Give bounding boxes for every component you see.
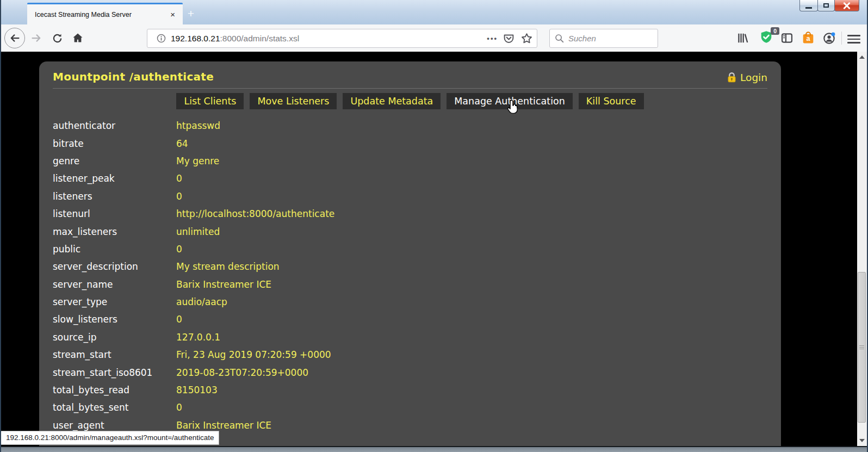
close-icon [843,2,851,9]
kill-source-button[interactable]: Kill Source [579,93,644,109]
status-url-popup: 192.168.0.21:8000/admin/manageauth.xsl?m… [1,431,219,445]
url-bar[interactable]: 192.168.0.21:8000/admin/stats.xsl ••• [147,29,537,48]
protection-shield-button[interactable]: 0 [758,30,774,46]
card-header: Mountpoint /authenticate Login [53,61,767,89]
forward-button[interactable] [28,30,45,46]
forward-icon [31,33,42,44]
page-actions-icon[interactable]: ••• [487,34,498,42]
stat-value: 2019-08-23T07:20:59+0000 [176,367,308,378]
stat-value: Fri, 23 Aug 2019 07:20:59 +0000 [176,349,331,360]
stat-key: slow_listeners [53,314,176,325]
menu-button[interactable] [847,33,860,46]
stat-row-server_description: server_descriptionMy stream description [53,258,767,275]
stat-row-authenticator: authenticatorhtpasswd [53,117,767,134]
move-listeners-button[interactable]: Move Listeners [250,93,337,109]
stat-key: server_description [53,261,176,272]
bookmark-star-icon[interactable] [521,33,532,44]
scroll-up-icon [859,55,865,59]
stat-row-server_type: server_typeaudio/aacp [53,293,767,311]
navigation-toolbar: 192.168.0.21:8000/admin/stats.xsl ••• 0 … [1,24,867,52]
login-label: Login [740,72,767,83]
home-button[interactable] [70,30,86,46]
stat-row-server_name: server_nameBarix Instreamer ICE [53,276,767,293]
menu-icon [847,35,860,36]
scroll-down-button[interactable] [857,436,867,445]
stat-value: Barix Instreamer ICE [176,420,271,431]
stat-row-total_bytes_sent: total_bytes_sent0 [53,399,767,416]
stat-key: stream_start_iso8601 [53,367,176,378]
url-host: 192.168.0.21 [171,34,220,43]
stat-row-max_listeners: max_listenersunlimited [53,222,767,240]
stat-value: 64 [176,138,188,149]
stat-value: http://localhost:8000/authenticate [176,208,334,219]
maximize-icon [823,3,829,8]
svg-text:a: a [806,34,810,42]
stat-key: listener_peak [53,173,176,184]
url-text[interactable]: 192.168.0.21:8000/admin/stats.xsl [171,34,481,44]
stat-value: 8150103 [176,385,218,395]
stat-row-stream_start_iso8601: stream_start_iso86012019-08-23T07:20:59+… [53,363,767,381]
pocket-icon[interactable] [503,33,514,44]
title-bar: Icecast Streaming Media Server × + [1,0,867,24]
scroll-down-icon [859,439,865,442]
library-button[interactable] [735,30,751,46]
stat-key: server_type [53,296,176,307]
stat-key: genre [53,156,176,166]
stat-row-source_ip: source_ip127.0.0.1 [53,329,767,346]
account-button[interactable] [821,30,837,46]
stat-key: listeners [53,191,176,202]
stat-value: 0 [176,314,182,325]
reload-icon [52,33,63,44]
amazon-assistant-button[interactable]: a [800,30,816,46]
stat-value: audio/aacp [176,296,227,307]
stat-value: unlimited [176,226,220,237]
shield-wrap: 0 [760,30,773,46]
maximize-button[interactable] [817,0,835,11]
page-viewport: Mountpoint /authenticate Login List Clie… [1,52,867,446]
back-icon [9,33,20,44]
search-icon [555,34,564,43]
mountpoint-card: Mountpoint /authenticate Login List Clie… [39,61,781,446]
minimize-button[interactable] [799,0,818,11]
stat-value: 0 [176,191,182,202]
stat-row-stream_start: stream_startFri, 23 Aug 2019 07:20:59 +0… [53,346,767,363]
login-link[interactable]: Login [727,72,767,83]
search-bar[interactable] [549,29,658,48]
stat-row-listener_peak: listener_peak0 [53,170,767,187]
tab-close-icon[interactable]: × [168,10,177,19]
stat-key: authenticator [53,120,176,131]
toolbar-separator [841,32,842,45]
back-button[interactable] [4,28,25,48]
window-bottom-border [1,446,867,452]
stat-key: stream_start [53,349,176,360]
browser-window: Icecast Streaming Media Server × + 192.1… [0,0,868,452]
stat-value: 127.0.0.1 [176,332,220,343]
stat-key: max_listeners [53,226,176,237]
stat-value: Barix Instreamer ICE [176,279,271,290]
stat-key: server_name [53,279,176,290]
stat-row-slow_listeners: slow_listeners0 [53,311,767,328]
scrollbar-thumb[interactable] [858,272,866,423]
stats-table: authenticatorhtpasswdbitrate64genreMy ge… [53,117,767,434]
stat-row-public: public0 [53,240,767,258]
url-path: :8000/admin/stats.xsl [220,34,300,43]
stat-row-bitrate: bitrate64 [53,134,767,152]
stat-value: htpasswd [176,120,220,131]
new-tab-button[interactable]: + [184,7,198,21]
scroll-up-button[interactable] [857,53,867,61]
list-clients-button[interactable]: List Clients [176,93,244,109]
stat-value: 0 [176,402,182,413]
stat-row-listeners: listeners0 [53,188,767,205]
sidebar-button[interactable] [779,30,795,46]
stat-key: public [53,244,176,255]
stat-key: total_bytes_read [53,385,176,395]
info-icon [157,34,166,43]
search-input[interactable] [568,34,650,43]
vertical-scrollbar[interactable] [857,52,867,446]
update-metadata-button[interactable]: Update Metadata [343,93,441,109]
page-title: Mountpoint /authenticate [53,70,214,83]
reload-button[interactable] [49,30,65,46]
stat-key: source_ip [53,332,176,343]
close-button[interactable] [834,0,859,11]
tab-icecast[interactable]: Icecast Streaming Media Server × [27,3,183,24]
